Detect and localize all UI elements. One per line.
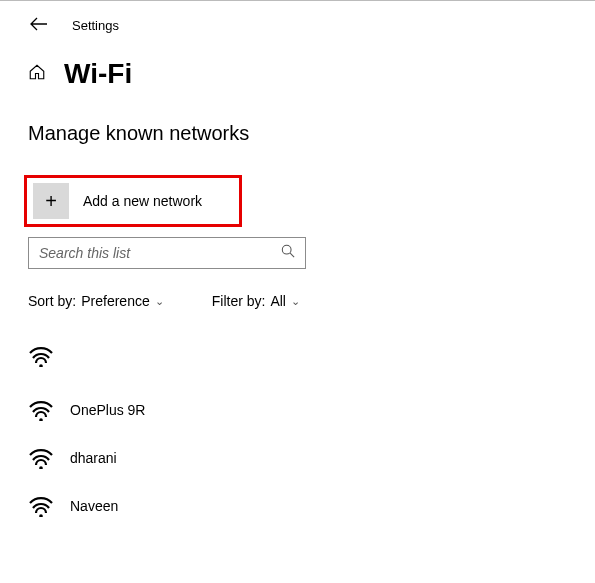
network-name: Naveen bbox=[70, 498, 118, 514]
svg-point-0 bbox=[282, 245, 291, 254]
wifi-icon bbox=[28, 447, 54, 469]
list-item[interactable] bbox=[28, 337, 567, 391]
settings-breadcrumb: Settings bbox=[72, 18, 119, 33]
home-icon[interactable] bbox=[28, 63, 46, 85]
svg-point-5 bbox=[39, 514, 43, 517]
network-name: OnePlus 9R bbox=[70, 402, 145, 418]
chevron-down-icon: ⌄ bbox=[291, 295, 300, 308]
svg-point-3 bbox=[39, 418, 43, 421]
sort-label: Sort by: bbox=[28, 293, 76, 309]
page-title: Wi-Fi bbox=[64, 58, 132, 90]
filter-label: Filter by: bbox=[212, 293, 266, 309]
sort-by-dropdown[interactable]: Sort by: Preference ⌄ bbox=[28, 293, 164, 309]
wifi-icon bbox=[28, 399, 54, 421]
wifi-icon bbox=[28, 495, 54, 517]
list-item[interactable]: Naveen bbox=[28, 487, 567, 535]
search-input-container[interactable] bbox=[28, 237, 306, 269]
chevron-down-icon: ⌄ bbox=[155, 295, 164, 308]
svg-point-2 bbox=[39, 364, 43, 367]
list-item[interactable]: dharani bbox=[28, 439, 567, 487]
wifi-icon bbox=[28, 345, 54, 367]
list-item[interactable]: OnePlus 9R bbox=[28, 391, 567, 439]
network-name: dharani bbox=[70, 450, 117, 466]
search-input[interactable] bbox=[39, 245, 257, 261]
filter-by-dropdown[interactable]: Filter by: All ⌄ bbox=[212, 293, 300, 309]
filter-value: All bbox=[270, 293, 286, 309]
page-subtitle: Manage known networks bbox=[0, 100, 595, 159]
svg-point-4 bbox=[39, 466, 43, 469]
add-network-button[interactable]: + Add a new network bbox=[24, 175, 242, 227]
network-list: OnePlus 9R dharani Naveen bbox=[0, 327, 595, 535]
svg-line-1 bbox=[290, 253, 294, 257]
add-network-label: Add a new network bbox=[83, 193, 202, 209]
plus-icon: + bbox=[33, 183, 69, 219]
search-icon[interactable] bbox=[281, 244, 295, 262]
back-arrow-icon[interactable] bbox=[30, 15, 48, 36]
sort-value: Preference bbox=[81, 293, 149, 309]
